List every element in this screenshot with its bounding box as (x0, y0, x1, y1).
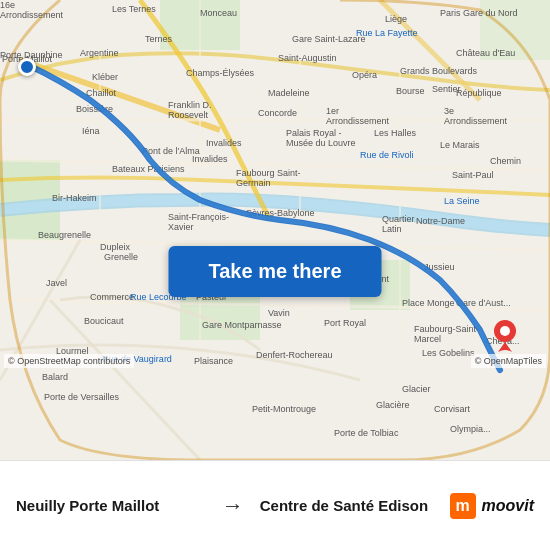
start-pin (18, 58, 36, 76)
label-plaisance: Plaisance (194, 356, 233, 366)
label-ternes: Ternes (145, 34, 172, 44)
label-jussieu: Jussieu (424, 262, 455, 272)
label-notre-dame: Notre-Dame (416, 216, 465, 226)
label-madeleine: Madeleine (268, 88, 310, 98)
label-le-marais: Le Marais (440, 140, 480, 150)
label-opera: Opéra (352, 70, 377, 80)
label-balard: Balard (42, 372, 68, 382)
label-bir-hakeim: Bir-Hakeim (52, 193, 97, 203)
label-gare-saint-lazare: Gare Saint-Lazare (292, 34, 366, 44)
label-invalides2: Invalides (192, 154, 228, 164)
label-argentine: Argentine (80, 48, 119, 58)
to-location: Centre de Santé Edison (260, 497, 450, 514)
label-sevres-babylone: Sèvres-Babylone (246, 208, 315, 218)
label-gare-montparnasse: Gare Montparnasse (202, 320, 282, 330)
label-les-halles: Les Halles (374, 128, 416, 138)
label-gare-austerlitz: Gare d'Aust... (456, 298, 511, 308)
label-denfert: Denfert-Rochereau (256, 350, 333, 360)
label-grenelle: Grenelle (104, 252, 138, 262)
label-republique: République (456, 88, 502, 98)
label-porte-versailles: Porte de Versailles (44, 392, 119, 402)
label-quartier-latin: QuartierLatin (382, 214, 415, 234)
label-boucicaut: Boucicaut (84, 316, 124, 326)
label-chaillot: Chaillot (86, 88, 116, 98)
label-kleber: Kléber (92, 72, 118, 82)
label-corvisart: Corvisart (434, 404, 470, 414)
end-pin (494, 320, 516, 352)
label-paris-gare-nord: Paris Gare du Nord (440, 8, 518, 18)
label-sf-xavier: Saint-François-Xavier (168, 212, 229, 232)
from-location: Neuilly Porte Maillot (16, 497, 206, 514)
arrow-icon: → (222, 493, 244, 519)
label-beaugrenelle: Beaugrenelle (38, 230, 91, 240)
label-la-seine: La Seine (444, 196, 480, 206)
label-grands-boulevards: Grands Boulevards (400, 66, 477, 76)
label-javel: Javel (46, 278, 67, 288)
label-commerce: Commerce (90, 292, 134, 302)
label-concorde: Concorde (258, 108, 297, 118)
label-les-gobelins: Les Gobelins (422, 348, 475, 358)
label-porte-tolbiac: Porte de Tolbiac (334, 428, 398, 438)
osm-attribution: © OpenStreetMap contributors (4, 354, 134, 368)
label-3e: 3eArrondissement (444, 106, 507, 126)
label-monceau: Monceau (200, 8, 237, 18)
label-bourse: Bourse (396, 86, 425, 96)
map-container: Les Ternes Monceau Liège Paris Gare du N… (0, 0, 550, 460)
moovit-icon: m (450, 493, 476, 519)
label-saint-paul: Saint-Paul (452, 170, 494, 180)
label-iena: Iéna (82, 126, 100, 136)
svg-point-7 (500, 326, 510, 336)
label-rue-lafayette: Rue La Fayette (356, 28, 418, 38)
label-liege: Liège (385, 14, 407, 24)
label-boissiere: Boissière (76, 104, 113, 114)
label-petit-montrouge: Petit-Montrouge (252, 404, 316, 414)
label-place-monge: Place Monge (402, 298, 455, 308)
from-name: Neuilly Porte Maillot (16, 497, 206, 514)
moovit-wordmark: moovit (482, 497, 534, 515)
label-glaciere3: Glacière (376, 400, 410, 410)
label-glaciere2: Glacier (402, 384, 431, 394)
moovit-logo: m moovit (450, 493, 534, 519)
openmap-attribution: © OpenMapTiles (471, 354, 546, 368)
label-olympia: Olympia... (450, 424, 491, 434)
label-chemin: Chemin (490, 156, 521, 166)
label-faubourg-sg: Faubourg Saint-Germain (236, 168, 301, 188)
label-rue-rivoli: Rue de Rivoli (360, 150, 414, 160)
to-name: Centre de Santé Edison (260, 497, 450, 514)
label-les-ternes: Les Ternes (112, 4, 156, 14)
take-me-there-button[interactable]: Take me there (168, 246, 381, 297)
label-port-royal: Port Royal (324, 318, 366, 328)
label-franklin: Franklin D.Roosevelt (168, 100, 212, 120)
label-faubourg-sm: Faubourg-Saint-Marcel (414, 324, 479, 344)
label-invalides1: Invalides (206, 138, 242, 148)
label-vavin: Vavin (268, 308, 290, 318)
label-chateau-eau: Château d'Eau (456, 48, 515, 58)
label-saint-augustin: Saint-Augustin (278, 53, 337, 63)
label-bateaux: Bateaux Parisiens (112, 164, 185, 174)
label-16e: 16eArrondissement (0, 0, 63, 20)
label-1er: 1erArrondissement (326, 106, 389, 126)
label-champs-elysees: Champs-Élysées (186, 68, 254, 78)
label-palais-royal: Palais Royal -Musée du Louvre (286, 128, 356, 148)
info-bar: Neuilly Porte Maillot → Centre de Santé … (0, 460, 550, 550)
label-dupleix: Dupleix (100, 242, 130, 252)
